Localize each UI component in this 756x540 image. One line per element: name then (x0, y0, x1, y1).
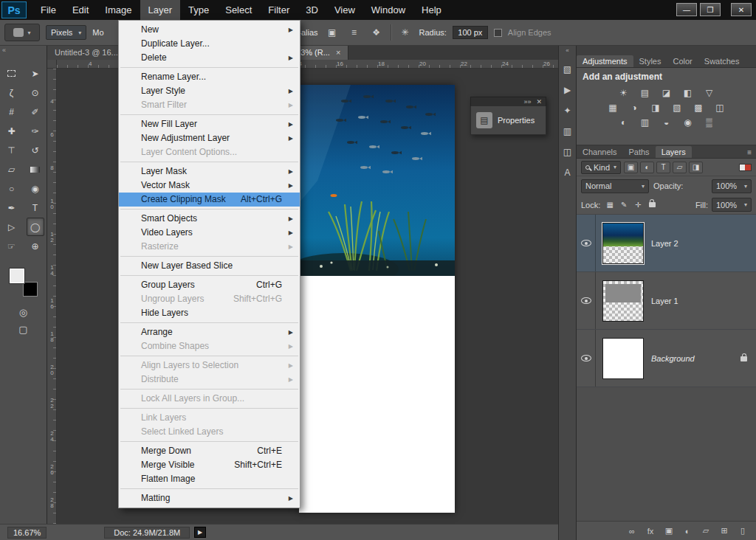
filter-adjustment-layers-icon[interactable]: ◐ (640, 162, 654, 173)
zoom-level-field[interactable]: 16.67% (7, 527, 47, 539)
layer-thumbnail[interactable] (602, 280, 644, 322)
properties-flyout-body[interactable]: ▤ Properties (470, 106, 546, 135)
collapse-panel-icon[interactable]: »» (523, 98, 531, 105)
layer-row-background[interactable]: Background (577, 330, 756, 387)
threshold-icon[interactable]: ◒ (658, 116, 676, 128)
layer-menu-item-flatten-image[interactable]: Flatten Image (119, 472, 300, 486)
document-tab-1[interactable]: Untitled-3 @ 16... (47, 46, 126, 60)
tab-color[interactable]: Color (667, 55, 698, 67)
restore-button[interactable]: ❐ (700, 3, 721, 16)
ellipse-tool[interactable]: ◯ (27, 218, 44, 236)
quick-mask-icon[interactable]: ◎ (19, 307, 27, 318)
layer-menu-item-duplicate-layer[interactable]: Duplicate Layer... (119, 37, 300, 51)
pixels-dropdown[interactable]: Pixels ▾ (46, 25, 86, 40)
tab-swatches[interactable]: Swatches (698, 55, 746, 67)
vibrance-icon[interactable]: ▽ (701, 86, 718, 99)
path-selection-tool[interactable]: ▷ (3, 218, 21, 236)
filter-toggle[interactable] (739, 164, 752, 171)
type-tool[interactable]: T (27, 198, 44, 217)
layer-menu-item-new-adjustment-layer[interactable]: New Adjustment Layer▶ (119, 131, 300, 145)
lock-transparency-icon[interactable]: ▦ (604, 199, 616, 211)
menu-layer[interactable]: Layer (140, 0, 181, 20)
layer-thumbnail[interactable] (602, 223, 644, 264)
layer-row-layer-2[interactable]: Layer 2 (577, 215, 756, 272)
menu-image[interactable]: Image (97, 0, 140, 20)
photo-filter-icon[interactable]: ▧ (668, 101, 686, 114)
rectangular-marquee-tool[interactable] (3, 64, 21, 83)
close-panel-icon[interactable]: ✕ (536, 98, 542, 105)
info-panel-icon[interactable]: ◫ (560, 145, 575, 159)
layer-menu-item-layer-style[interactable]: Layer Style▶ (119, 84, 300, 98)
lock-position-icon[interactable]: ✛ (632, 199, 644, 211)
gradient-map-icon[interactable]: ▒ (701, 116, 718, 128)
layer-menu-item-new[interactable]: New▶ (119, 23, 300, 37)
menu-file[interactable]: File (32, 0, 64, 20)
invert-icon[interactable]: ◐ (615, 116, 633, 128)
selective-color-icon[interactable]: ◉ (679, 116, 697, 128)
menu-view[interactable]: View (326, 0, 363, 20)
opacity-dropdown[interactable]: 100% ▾ (712, 179, 752, 193)
layer-menu-item-new-fill-layer[interactable]: New Fill Layer▶ (119, 117, 300, 131)
menu-filter[interactable]: Filter (260, 0, 298, 20)
filter-pixel-layers-icon[interactable]: ▣ (624, 162, 638, 173)
menu-3d[interactable]: 3D (298, 0, 326, 20)
posterize-icon[interactable]: ▥ (636, 116, 654, 128)
color-lookup-icon[interactable]: ◫ (711, 101, 729, 114)
menu-select[interactable]: Select (217, 0, 260, 20)
layer-menu-item-arrange[interactable]: Arrange▶ (119, 325, 300, 339)
path-alignment-icon[interactable]: ≡ (346, 25, 362, 40)
radius-input[interactable]: 100 px (453, 26, 488, 39)
layer-menu-item-create-clipping-mask[interactable]: Create Clipping MaskAlt+Ctrl+G (119, 193, 300, 207)
background-color-swatch[interactable] (23, 282, 38, 297)
kind-filter-dropdown[interactable]: Kind ▾ (581, 161, 621, 174)
layer-visibility-toggle[interactable] (577, 272, 596, 329)
expand-panels-icon[interactable]: « (559, 46, 576, 55)
history-panel-icon[interactable]: ▧ (560, 63, 575, 76)
add-layer-mask-icon[interactable]: ▣ (664, 526, 673, 536)
history-brush-tool[interactable]: ↺ (27, 141, 44, 159)
hand-tool[interactable]: ☞ (3, 237, 21, 255)
blend-mode-dropdown[interactable]: Normal ▾ (581, 179, 649, 193)
close-button[interactable]: ✕ (731, 3, 752, 16)
menu-edit[interactable]: Edit (64, 0, 97, 20)
brightness-contrast-icon[interactable]: ☀ (615, 86, 633, 99)
layer-menu-item-matting[interactable]: Matting▶ (119, 491, 300, 505)
layer-menu-item-vector-mask[interactable]: Vector Mask▶ (119, 179, 300, 193)
tab-adjustments[interactable]: Adjustments (577, 55, 633, 67)
layer-menu-item-new-layer-based-slice[interactable]: New Layer Based Slice (119, 259, 300, 273)
filter-shape-layers-icon[interactable]: ▱ (673, 162, 687, 173)
blur-tool[interactable]: ○ (3, 179, 21, 198)
filter-smart-objects-icon[interactable]: ◨ (689, 162, 703, 173)
layer-visibility-toggle[interactable] (577, 215, 596, 271)
close-tab-icon[interactable]: × (336, 46, 340, 60)
layer-menu-item-merge-down[interactable]: Merge DownCtrl+E (119, 444, 300, 458)
delete-layer-icon[interactable]: ▯ (738, 526, 747, 536)
lasso-tool[interactable]: ζ (3, 83, 21, 102)
zoom-tool[interactable]: ⊕ (27, 237, 44, 255)
pen-tool[interactable]: ✒ (3, 198, 21, 217)
exposure-icon[interactable]: ◧ (679, 86, 697, 99)
eraser-tool[interactable]: ▱ (3, 160, 21, 179)
move-tool[interactable]: ➤ (27, 64, 44, 83)
panel-menu-icon[interactable]: ≡ (747, 146, 756, 158)
character-panel-icon[interactable]: A (560, 166, 575, 179)
layer-menu-item-delete[interactable]: Delete▶ (119, 51, 300, 65)
screen-mode-icon[interactable]: ▢ (18, 324, 27, 335)
menu-help[interactable]: Help (413, 0, 450, 20)
channel-mixer-icon[interactable]: ▩ (690, 101, 707, 114)
curves-icon[interactable]: ◪ (658, 86, 676, 99)
gear-icon[interactable]: ✳ (397, 25, 413, 40)
status-menu-arrow-icon[interactable]: ▶ (194, 527, 206, 538)
color-balance-icon[interactable]: ◑ (625, 101, 643, 114)
layer-menu-item-smart-objects[interactable]: Smart Objects▶ (119, 212, 300, 226)
brush-tool[interactable]: ✑ (27, 122, 44, 140)
crop-tool[interactable]: # (3, 103, 21, 121)
levels-icon[interactable]: ▤ (636, 86, 654, 99)
filter-type-layers-icon[interactable]: T (656, 162, 670, 173)
new-layer-icon[interactable]: ⊞ (720, 526, 729, 536)
dodge-tool[interactable]: ◉ (27, 179, 44, 198)
lock-pixels-icon[interactable]: ✎ (618, 199, 630, 211)
black-white-icon[interactable]: ◨ (647, 101, 664, 114)
layer-menu-item-layer-mask[interactable]: Layer Mask▶ (119, 165, 300, 179)
lock-all-icon[interactable] (646, 199, 658, 211)
